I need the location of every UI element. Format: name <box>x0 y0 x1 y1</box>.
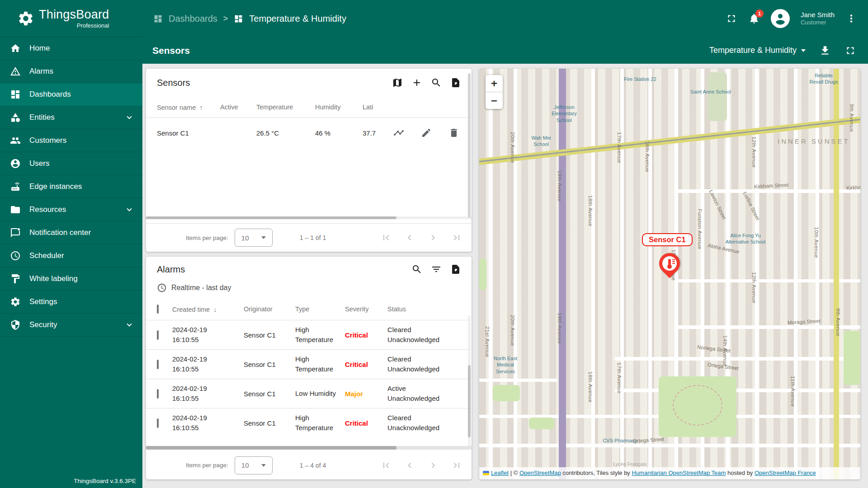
timewindow-button[interactable]: Realtime - last day <box>146 282 472 298</box>
search-icon[interactable] <box>411 263 423 275</box>
alarms-widget: Alarms Realtime - last day Created time … <box>146 257 472 479</box>
sidebar-item-alarms[interactable]: Alarms <box>0 60 142 83</box>
alarm-table-row[interactable]: 2024-02-1916:10:55 Sensor C1 High Temper… <box>146 320 472 349</box>
router-icon <box>10 181 21 192</box>
sidebar-item-resources[interactable]: Resources <box>0 198 142 221</box>
sidebar-item-users[interactable]: Users <box>0 152 142 175</box>
delete-icon[interactable] <box>448 127 460 139</box>
first-page-icon[interactable] <box>380 460 392 471</box>
fullscreen-icon[interactable] <box>844 45 856 56</box>
row-checkbox[interactable] <box>157 418 159 428</box>
column-humidity[interactable]: Humidity <box>315 103 363 111</box>
sidebar-item-label: Notification center <box>29 228 91 237</box>
street-label: 18th Avenue <box>588 371 593 403</box>
breadcrumb-parent[interactable]: Dashboards <box>169 14 217 24</box>
column-created-time[interactable]: Created time ↓ <box>172 305 244 313</box>
chevron-down-icon <box>124 113 134 122</box>
export-icon[interactable] <box>450 263 462 275</box>
column-active[interactable]: Active <box>220 103 256 111</box>
column-severity[interactable]: Severity <box>345 305 387 313</box>
marker-tooltip[interactable]: Sensor C1 <box>642 233 693 246</box>
alarm-severity: Major <box>345 390 387 398</box>
add-icon[interactable] <box>411 77 423 89</box>
column-temperature[interactable]: Temperature <box>256 103 315 111</box>
last-page-icon[interactable] <box>451 232 462 244</box>
column-sensor-name[interactable]: Sensor name ↑ <box>157 103 220 111</box>
breadcrumb-separator: > <box>223 14 228 23</box>
sidebar-item-scheduler[interactable]: Scheduler <box>0 244 142 267</box>
attribution-text: contributors, Tiles style by <box>562 469 630 476</box>
poi-label: Alice Fong Yu Alternative School <box>725 232 766 245</box>
alarm-table-row[interactable]: 2024-02-1916:10:55 Sensor C1 High Temper… <box>146 408 472 437</box>
street-label: 17th Avenue <box>617 132 622 163</box>
message-icon <box>10 227 21 238</box>
vertical-scrollbar[interactable] <box>468 73 471 218</box>
pagination-range: 1 – 4 of 4 <box>300 462 326 469</box>
page-size-select[interactable]: 10 <box>235 229 273 247</box>
map-widget[interactable]: 20th Avenue 17th Avenue 16th Avenue 12th… <box>479 69 860 479</box>
first-page-icon[interactable] <box>380 232 392 244</box>
search-icon[interactable] <box>430 77 442 89</box>
alarm-originator: Sensor C1 <box>244 331 295 339</box>
alarm-status: Active Unacknowledged <box>387 384 442 404</box>
sidebar-item-settings[interactable]: Settings <box>0 291 142 314</box>
sidebar-item-customers[interactable]: Customers <box>0 129 142 152</box>
last-page-icon[interactable] <box>451 460 462 471</box>
map-icon[interactable] <box>392 77 403 89</box>
app-logo[interactable]: ThingsBoard Professional <box>0 0 142 37</box>
page-size-select[interactable]: 10 <box>235 456 273 474</box>
poi-label: Saint Anne School <box>690 89 731 95</box>
alarm-table-row[interactable]: 2024-02-1916:10:55 Sensor C1 High Temper… <box>146 349 472 379</box>
attribution-divider: | <box>510 469 512 476</box>
fullscreen-icon[interactable] <box>726 13 737 24</box>
zoom-out-button[interactable]: − <box>486 92 503 109</box>
column-type[interactable]: Type <box>295 305 345 313</box>
zoom-in-button[interactable]: + <box>486 75 503 92</box>
prev-page-icon[interactable] <box>404 460 415 471</box>
notifications-bell[interactable]: 1 <box>748 13 760 24</box>
next-page-icon[interactable] <box>427 460 439 471</box>
export-icon[interactable] <box>450 77 462 89</box>
column-latitude[interactable]: Lati <box>363 103 472 111</box>
osm-link[interactable]: OpenStreetMap <box>519 469 561 476</box>
alarms-pagination: Items per page: 10 1 – 4 of 4 <box>146 451 472 479</box>
column-status[interactable]: Status <box>387 305 472 313</box>
timeseries-chart-icon[interactable] <box>393 127 405 139</box>
alarm-severity: Critical <box>345 361 387 368</box>
sidebar-item-edge-instances[interactable]: Edge instances <box>0 175 142 198</box>
alarm-status: Cleared Unacknowledged <box>387 413 442 433</box>
sidebar-item-white-labeling[interactable]: White labeling <box>0 267 142 291</box>
dashboard-state-select[interactable]: Temperature & Humidity <box>709 46 806 55</box>
horizontal-scrollbar[interactable] <box>146 216 472 219</box>
sensor-table-row[interactable]: Sensor C1 26.5 °C 46 % 37.7 <box>146 118 472 148</box>
horizontal-scrollbar[interactable] <box>146 446 472 450</box>
edit-icon[interactable] <box>420 127 432 139</box>
more-vert-icon[interactable] <box>845 13 857 24</box>
street-label: 21st Avenue <box>485 326 490 357</box>
row-checkbox[interactable] <box>157 330 159 340</box>
copyright-symbol: © <box>514 469 518 476</box>
sidebar-item-dashboards[interactable]: Dashboards <box>0 83 142 106</box>
row-checkbox[interactable] <box>157 389 159 399</box>
osm-france-link[interactable]: OpenStreetMap France <box>755 469 816 476</box>
sidebar-item-label: Dashboards <box>29 90 71 99</box>
filter-icon[interactable] <box>430 263 442 275</box>
alarm-table-row[interactable]: 2024-02-1916:10:55 Sensor C1 Low Humidit… <box>146 379 472 408</box>
clock-icon <box>157 283 167 293</box>
sidebar-item-notification-center[interactable]: Notification center <box>0 221 142 244</box>
row-checkbox[interactable] <box>157 360 159 369</box>
sidebar-item-home[interactable]: Home <box>0 37 142 60</box>
column-originator[interactable]: Originator <box>244 305 295 313</box>
avatar[interactable] <box>771 9 790 28</box>
hot-link[interactable]: Humanitarian OpenStreetMap Team <box>632 469 726 476</box>
select-all-checkbox[interactable] <box>157 305 159 314</box>
download-icon[interactable] <box>819 45 831 56</box>
top-header: Dashboards > Temperature & Humidity 1 Ja… <box>142 0 868 37</box>
prev-page-icon[interactable] <box>404 232 415 244</box>
leaflet-link[interactable]: Leaflet <box>491 469 509 476</box>
sidebar-item-security[interactable]: Security <box>0 314 142 337</box>
next-page-icon[interactable] <box>427 232 439 244</box>
sidebar-item-entities[interactable]: Entities <box>0 106 142 129</box>
user-info[interactable]: Jane Smith Customer <box>801 11 835 27</box>
vertical-scrollbar[interactable] <box>468 315 471 447</box>
